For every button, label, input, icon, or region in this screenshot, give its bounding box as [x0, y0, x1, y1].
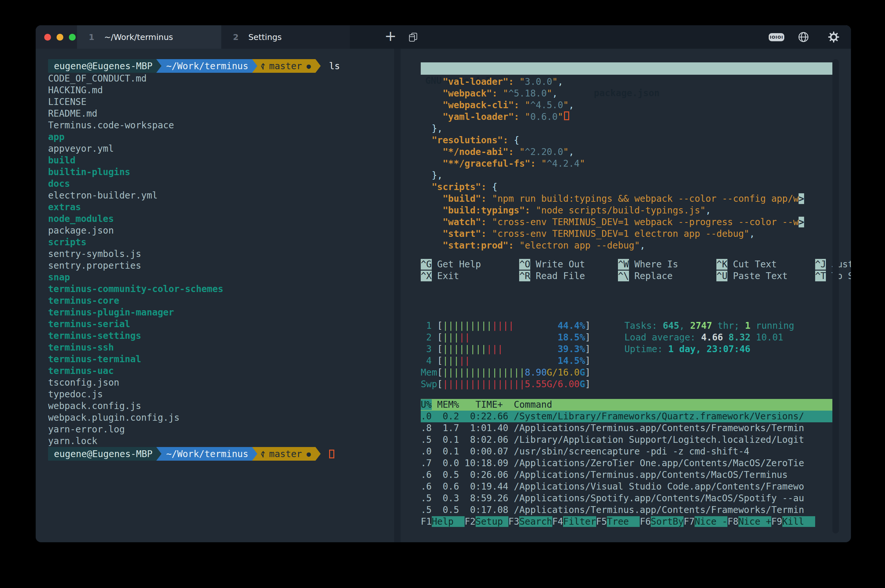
- title-bar: 1 ~/Work/terminus 2 Settings + IOIOI: [36, 26, 851, 49]
- process-row[interactable]: .0 0.2 0:22.66 /System/Library/Framework…: [421, 411, 833, 422]
- terminal-pane-right[interactable]: GNU nano 4.5 package.json "val-loader": …: [421, 49, 833, 542]
- fkey-setup: Setup: [476, 516, 508, 527]
- htop-function-key-bar[interactable]: F1Help F2Setup F3SearchF4FilterF5Tree F6…: [421, 516, 833, 528]
- powerline-separator-icon: [252, 447, 257, 460]
- nano-shortcut-key: ^\: [618, 271, 629, 281]
- listing-directory: terminus-ssh: [48, 342, 393, 354]
- terminal-cursor: [329, 450, 334, 458]
- listing-directory: terminus-serial: [48, 318, 393, 330]
- nano-title-bar: GNU nano 4.5 package.json: [421, 62, 833, 75]
- nano-shortcut-key: ^K: [716, 259, 728, 270]
- fkey-help: Help: [432, 516, 465, 527]
- nano-shortcut-key: ^G: [421, 259, 432, 270]
- fkey-nice-: Nice +: [738, 516, 771, 527]
- stacked-windows-icon: [408, 32, 418, 42]
- process-row[interactable]: .5 0.3 8:59.26 /Applications/Spotify.app…: [421, 492, 833, 504]
- prompt-user-host: eugene@Eugenes-MBP: [48, 447, 156, 460]
- listing-file: tsconfig.json: [48, 377, 393, 388]
- prompt-cwd: ~/Work/terminus: [162, 447, 252, 460]
- listing-directory: terminus-community-color-schemes: [48, 283, 393, 295]
- typed-command: ls: [329, 59, 340, 73]
- process-row[interactable]: .8 1.7 1:01.40 /Applications/Terminus.ap…: [421, 422, 833, 434]
- nano-shortcut-key: ^U: [716, 271, 728, 281]
- plus-icon: +: [385, 29, 397, 45]
- powerline-separator-icon: [315, 447, 321, 460]
- htop-process-table: U% MEM% TIME+ Command.0 0.2 0:22.66 /Sys…: [421, 399, 833, 528]
- listing-directory: docs: [48, 178, 393, 190]
- process-row[interactable]: .6 0.6 0:19.44 /Applications/Visual Stud…: [421, 481, 833, 492]
- process-row[interactable]: .5 0.1 8:02.06 /Library/Application Supp…: [421, 434, 833, 446]
- nano-shortcut-key: ^O: [519, 259, 530, 270]
- powerline-separator-icon: [156, 447, 162, 460]
- tab-settings[interactable]: 2 Settings: [221, 26, 350, 49]
- listing-file: sentry.properties: [48, 260, 393, 272]
- traffic-lights: [36, 26, 77, 49]
- settings-button[interactable]: [827, 26, 840, 49]
- tab-title: Settings: [248, 33, 282, 42]
- listing-directory: scripts: [48, 237, 393, 248]
- nano-shortcut-key: ^T: [815, 271, 826, 281]
- terminal-pane-left[interactable]: eugene@Eugenes-MBP ~/Work/terminus maste…: [48, 59, 393, 460]
- nano-shortcut-key: ^R: [519, 271, 530, 281]
- nano-shortcut-key: ^J: [815, 259, 826, 270]
- io-indicator-icon: IOIOI: [769, 33, 784, 41]
- prompt-git-segment: master ●: [257, 59, 315, 73]
- listing-directory: terminus-settings: [48, 330, 393, 342]
- nano-editor-content: "val-loader": "3.0.0", "webpack": "^5.18…: [421, 76, 833, 252]
- fkey-kill: Kill: [782, 516, 815, 527]
- git-branch-icon: [260, 61, 266, 71]
- htop-tasks-summary: Tasks: 645, 2747 thr; 1 runningLoad aver…: [624, 320, 794, 355]
- listing-file: sentry-symbols.js: [48, 248, 393, 260]
- listing-directory: terminus-plugin-manager: [48, 307, 393, 318]
- prompt-git-segment: master ●: [257, 447, 315, 460]
- fkey-nice-: Nice -: [694, 516, 728, 527]
- listing-directory: builtin-plugins: [48, 166, 393, 178]
- powerline-separator-icon: [252, 59, 257, 73]
- gear-icon: [827, 30, 840, 44]
- close-button[interactable]: [44, 34, 51, 40]
- prompt-user-host: eugene@Eugenes-MBP: [48, 59, 156, 73]
- process-row[interactable]: .6 0.5 0:26.06 /Applications/Terminus.ap…: [421, 469, 833, 481]
- tab-number: 2: [233, 33, 238, 42]
- shell-prompt: eugene@Eugenes-MBP ~/Work/terminus maste…: [48, 447, 393, 460]
- split-windows-button[interactable]: [402, 26, 424, 49]
- nano-shortcut-bar: ^G Get Help ^O Write Out ^W Where Is ^K …: [421, 259, 833, 282]
- fkey-tree: Tree: [607, 516, 640, 527]
- git-branch-icon: [260, 449, 266, 459]
- pane-splitter[interactable]: [394, 49, 400, 542]
- nano-shortcut-key: ^X: [421, 271, 432, 281]
- listing-directory: terminus-terminal: [48, 354, 393, 365]
- fkey-sortby: SortBy: [651, 516, 684, 527]
- web-button[interactable]: [797, 26, 810, 49]
- fkey-search: Search: [519, 516, 552, 527]
- scrollbar[interactable]: [832, 59, 839, 533]
- listing-file: Terminus.code-workspace: [48, 120, 393, 131]
- serial-io-button[interactable]: IOIOI: [769, 26, 784, 49]
- listing-file: HACKING.md: [48, 84, 393, 96]
- process-row[interactable]: .7 0.0 10:18.09 /Applications/ZeroTier O…: [421, 458, 833, 469]
- htop-cpu-memory-meters: 1 [||||||||||||| 44.4%] 2 [||||| 18.5%] …: [421, 320, 591, 390]
- minimize-button[interactable]: [57, 34, 63, 40]
- listing-file: typedoc.js: [48, 388, 393, 400]
- tab-title: ~/Work/terminus: [104, 33, 173, 42]
- listing-directory: extras: [48, 201, 393, 213]
- git-dirty-dot-icon: ●: [306, 450, 310, 458]
- terminus-window: 1 ~/Work/terminus 2 Settings + IOIOI: [36, 26, 851, 542]
- listing-file: CODE_OF_CONDUCT.md: [48, 73, 393, 84]
- listing-file: webpack.config.js: [48, 400, 393, 412]
- listing-directory: node_modules: [48, 213, 393, 225]
- tab-work-terminus[interactable]: 1 ~/Work/terminus: [77, 26, 221, 49]
- listing-file: yarn.lock: [48, 435, 393, 447]
- process-row[interactable]: .0 0.1 0:00.07 /usr/sbin/screencapture -…: [421, 446, 833, 458]
- listing-file: README.md: [48, 108, 393, 120]
- new-tab-button[interactable]: +: [379, 26, 402, 49]
- nano-shortcut-key: ^W: [618, 259, 629, 270]
- listing-directory: app: [48, 131, 393, 143]
- listing-file: electron-builder.yml: [48, 190, 393, 201]
- powerline-separator-icon: [315, 59, 321, 73]
- powerline-separator-icon: [156, 59, 162, 73]
- process-row[interactable]: .5 0.5 0:17.08 /Applications/Terminus.ap…: [421, 504, 833, 516]
- listing-file: yarn-error.log: [48, 424, 393, 435]
- process-table-header[interactable]: U% MEM% TIME+ Command: [421, 399, 833, 411]
- zoom-button[interactable]: [69, 34, 76, 40]
